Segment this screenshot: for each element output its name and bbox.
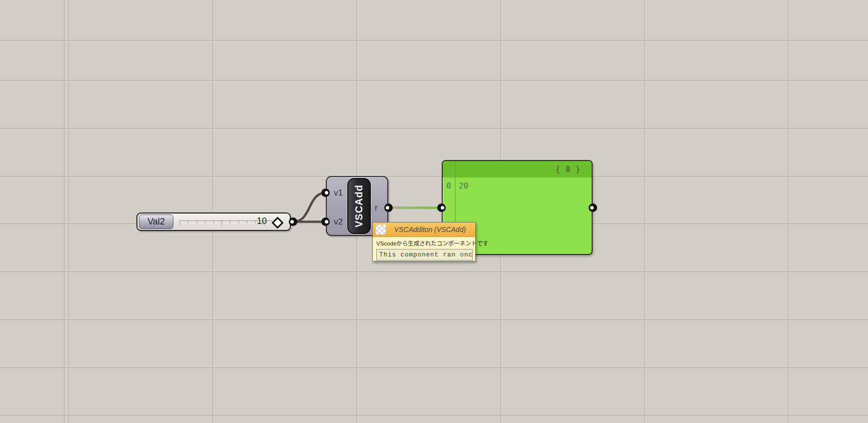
component-tooltip: VSCAdditon (VSCAdd) VScodeから生成されたコンポーネント… <box>372 222 476 262</box>
slider-grip[interactable] <box>271 216 283 228</box>
tooltip-title: VSCAdditon (VSCAdd) <box>386 226 472 234</box>
output-label-r: r <box>375 203 378 213</box>
r-output-port[interactable] <box>384 204 393 212</box>
slider-value: 10 <box>257 216 267 226</box>
input-label-v2: v2 <box>334 217 343 227</box>
input-label-v1: v1 <box>334 188 343 198</box>
number-slider[interactable]: Val2 10 <box>136 212 291 231</box>
slider-name-cap[interactable]: Val2 <box>139 214 173 229</box>
panel-row-index: 0 <box>443 181 455 190</box>
tooltip-body: VScodeから生成されたコンポーネントです This component ra… <box>373 237 475 260</box>
panel-branch-path: { 0 } <box>556 165 581 174</box>
panel-row-value: 20 <box>459 181 468 190</box>
panel-input-port[interactable] <box>437 204 446 212</box>
slider-output-port[interactable] <box>289 218 297 226</box>
wire-layer <box>0 0 868 423</box>
panel-row: 020 <box>443 181 592 190</box>
tooltip-header: VSCAdditon (VSCAdd) <box>373 222 475 237</box>
component-name-capsule[interactable]: VSCAdd <box>347 178 371 234</box>
wire-slider-to-v1[interactable] <box>293 193 326 222</box>
panel-output-port[interactable] <box>589 204 597 212</box>
tooltip-description: VScodeから生成されたコンポーネントです <box>376 239 472 247</box>
panel-branch-header: { 0 } <box>443 161 592 178</box>
grasshopper-canvas[interactable]: Val2 10 v1 v2 VSCAdd r { 0 } 020 VSCAddi… <box>0 0 868 423</box>
v2-input-port[interactable] <box>321 218 330 226</box>
tooltip-status-box: This component ran once. <box>376 249 473 260</box>
component-name-label: VSCAdd <box>353 184 365 228</box>
v1-input-port[interactable] <box>321 188 330 197</box>
checkerboard-icon <box>376 224 386 234</box>
slider-name-label: Val2 <box>147 216 165 227</box>
